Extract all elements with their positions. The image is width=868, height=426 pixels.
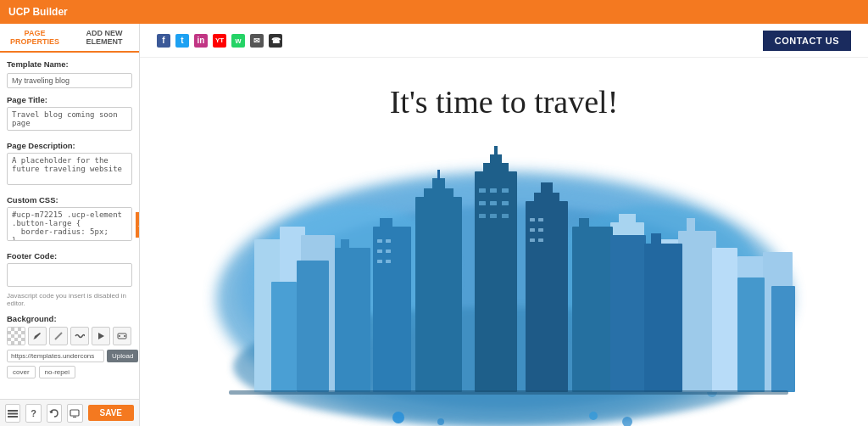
phone-icon[interactable]: ☎ [269, 34, 282, 48]
facebook-icon[interactable]: f [157, 34, 170, 48]
svg-rect-59 [572, 227, 613, 392]
sidebar-tabs: PAGE PROPERTIES ADD NEW ELEMENT [0, 24, 139, 53]
page-title-input[interactable]: Travel blog coming soon page [7, 107, 132, 131]
svg-point-82 [437, 418, 444, 425]
device-icon [70, 408, 80, 418]
instagram-icon[interactable]: in [194, 34, 208, 48]
template-name-group: Template Name: [7, 59, 132, 88]
js-notice: Javascript code you insert is disabled i… [7, 292, 132, 307]
upload-button[interactable]: Upload [107, 350, 138, 362]
contact-button[interactable]: CONTACT US [763, 31, 851, 51]
svg-rect-28 [712, 248, 737, 392]
help-icon-btn[interactable]: ? [25, 404, 41, 423]
travel-heading: It's time to travel! [390, 83, 619, 121]
svg-rect-72 [377, 260, 382, 263]
youtube-icon[interactable]: YT [213, 34, 226, 48]
page-title-group: Page Title: Travel blog coming soon page [7, 95, 132, 134]
page-title-label: Page Title: [7, 95, 132, 104]
custom-css-group: Custom CSS: #ucp-m72215 .ucp-element .bu… [7, 195, 132, 244]
svg-rect-71 [386, 249, 391, 253]
bg-url-row: Upload [7, 350, 132, 362]
svg-rect-55 [380, 218, 392, 228]
svg-rect-27 [687, 218, 695, 231]
svg-point-4 [124, 335, 125, 337]
undo-icon-btn[interactable] [47, 404, 62, 423]
bg-gradient-btn[interactable] [49, 327, 68, 345]
top-bar: UCP Builder [0, 0, 868, 24]
save-button[interactable]: SAVE [88, 405, 135, 421]
background-label: Background: [7, 314, 132, 323]
svg-rect-76 [530, 228, 535, 232]
pencil-icon [32, 331, 42, 341]
footer-code-input[interactable] [7, 263, 132, 287]
bg-no-repeat-btn[interactable]: no-repei [39, 366, 75, 378]
svg-point-80 [392, 412, 404, 423]
template-name-label: Template Name: [7, 59, 132, 69]
bg-transparent-btn[interactable] [7, 327, 25, 345]
svg-point-81 [589, 412, 598, 420]
background-group: Background: [7, 314, 132, 378]
twitter-icon[interactable]: t [175, 34, 189, 48]
tab-page-properties[interactable]: PAGE PROPERTIES [0, 24, 70, 53]
whatsapp-icon[interactable]: w [231, 34, 245, 48]
svg-rect-70 [377, 249, 382, 253]
svg-rect-69 [386, 239, 391, 243]
bg-video-btn[interactable] [92, 327, 110, 345]
device-icon-btn[interactable] [67, 404, 82, 423]
preview-canvas: It's time to travel! [140, 58, 868, 426]
svg-rect-57 [341, 239, 349, 249]
svg-rect-40 [502, 188, 509, 193]
bg-image-btn[interactable] [113, 327, 131, 345]
svg-point-3 [119, 335, 120, 337]
template-name-input[interactable] [7, 73, 132, 88]
svg-rect-37 [494, 146, 498, 156]
tab-add-new-element[interactable]: ADD NEW ELEMENT [70, 24, 139, 51]
svg-rect-42 [490, 201, 497, 205]
email-icon[interactable]: ✉ [250, 34, 264, 48]
footer-code-label: Footer Code: [7, 251, 132, 261]
svg-rect-78 [530, 238, 535, 242]
svg-rect-41 [479, 201, 486, 205]
svg-rect-66 [771, 286, 795, 392]
svg-rect-10 [73, 417, 76, 418]
svg-rect-79 [538, 238, 543, 242]
sidebar: PAGE PROPERTIES ADD NEW ELEMENT Template… [0, 24, 140, 426]
svg-rect-68 [377, 239, 382, 243]
bg-buttons [7, 327, 132, 345]
bg-pattern-btn[interactable] [70, 327, 89, 345]
page-desc-input[interactable]: A placeholder for the future traveling w… [7, 153, 132, 185]
svg-rect-63 [651, 233, 661, 245]
bg-cover-btn[interactable]: cover [7, 366, 36, 378]
svg-rect-46 [502, 214, 509, 218]
sidebar-scroll: Template Name: Page Title: Travel blog c… [0, 53, 139, 399]
settings-icon-btn[interactable] [5, 404, 20, 423]
preview-header: f t in YT w ✉ ☎ CONTACT US [140, 24, 868, 58]
svg-rect-56 [335, 248, 370, 392]
svg-rect-65 [737, 277, 765, 392]
bg-color-btn[interactable] [28, 327, 47, 345]
svg-marker-1 [98, 333, 104, 339]
page-desc-group: Page Description: A placeholder for the … [7, 141, 132, 188]
svg-rect-39 [490, 188, 497, 193]
help-icon: ? [31, 408, 36, 418]
custom-css-input[interactable]: #ucp-m72215 .ucp-element .button-large {… [7, 207, 132, 241]
footer-code-group: Footer Code: Javascript code you insert … [7, 251, 132, 307]
bg-url-input[interactable] [7, 350, 104, 362]
svg-rect-64 [271, 282, 297, 392]
main-layout: PAGE PROPERTIES ADD NEW ELEMENT Template… [0, 24, 868, 426]
city-illustration [186, 70, 822, 426]
svg-rect-62 [644, 244, 682, 392]
preview-area: f t in YT w ✉ ☎ CONTACT US It's time to … [140, 24, 868, 426]
svg-rect-9 [70, 410, 79, 416]
gradient-icon [53, 331, 64, 341]
svg-rect-47 [415, 197, 462, 392]
svg-rect-53 [541, 182, 553, 194]
social-icons: f t in YT w ✉ ☎ [157, 34, 282, 48]
svg-rect-6 [8, 412, 18, 414]
svg-rect-61 [610, 235, 646, 392]
custom-css-label: Custom CSS: [7, 195, 132, 205]
svg-rect-38 [479, 188, 486, 193]
svg-rect-50 [437, 170, 440, 180]
svg-rect-49 [432, 178, 445, 190]
svg-rect-60 [579, 218, 589, 228]
